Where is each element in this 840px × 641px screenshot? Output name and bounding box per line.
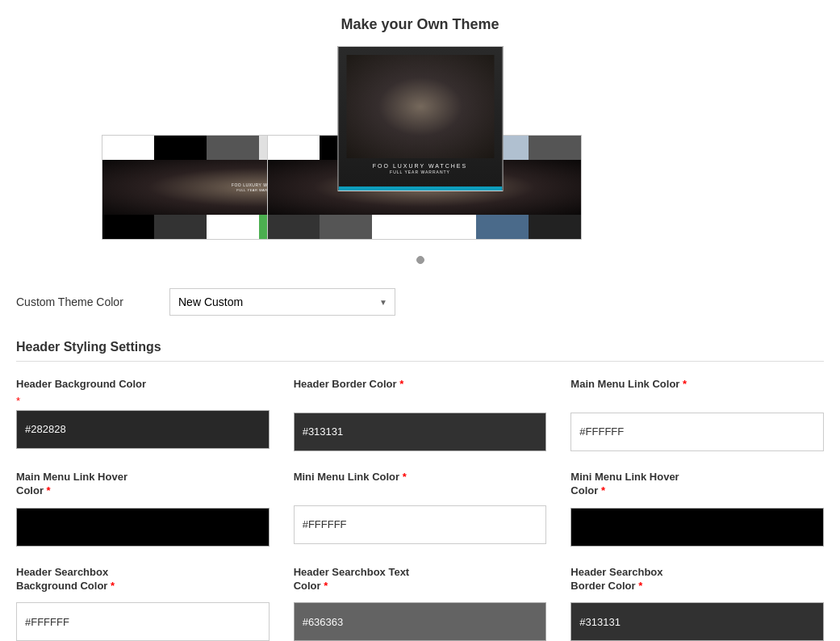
header-bg-color-group: Header Background Color * #282828 — [16, 378, 270, 451]
header-bg-color-preview[interactable]: #282828 — [16, 410, 270, 449]
swatch — [529, 136, 581, 160]
color-fields-grid: Header Background Color * #282828 Header… — [16, 378, 824, 641]
swatch — [268, 215, 320, 239]
main-menu-link-color-preview[interactable]: #FFFFFF — [570, 413, 824, 451]
right-bottom-swatches — [268, 215, 581, 239]
swatch — [476, 215, 529, 239]
main-menu-link-color-group: Main Menu Link Color * #FFFFFF — [570, 378, 824, 451]
header-bg-color-label: Header Background Color — [16, 378, 270, 392]
searchbox-text-color-group: Header Searchbox TextColor * #636363 — [294, 566, 547, 641]
header-border-color-label: Header Border Color * — [294, 378, 547, 392]
searchbox-text-color-value: #636363 — [303, 616, 344, 628]
searchbox-border-color-preview[interactable]: #313131 — [570, 602, 824, 641]
custom-theme-select[interactable]: New Custom Theme 1 Theme 2 — [169, 288, 395, 316]
required-star: * — [324, 580, 328, 592]
header-border-color-preview[interactable]: #313131 — [294, 413, 547, 451]
header-border-color-value: #313131 — [303, 425, 344, 438]
required-star: * — [16, 395, 270, 407]
required-star: * — [683, 378, 687, 390]
main-menu-hover-color-label: Main Menu Link HoverColor * — [16, 471, 270, 498]
page-title: Make your Own Theme — [16, 16, 824, 33]
searchbox-border-color-value: #313131 — [579, 616, 621, 628]
header-styling-section: Header Styling Settings Header Backgroun… — [16, 340, 824, 641]
required-star: * — [111, 580, 115, 592]
searchbox-bg-color-label: Header SearchboxBackground Color * — [16, 566, 270, 593]
swatch — [372, 215, 424, 239]
mini-menu-link-color-value: #FFFFFF — [303, 518, 347, 530]
mini-menu-hover-color-label: Mini Menu Link HoverColor * — [570, 471, 824, 498]
searchbox-bg-color-preview[interactable]: #FFFFFF — [16, 602, 270, 641]
swatch — [320, 215, 372, 239]
searchbox-bg-color-value: #FFFFFF — [25, 616, 69, 628]
swatch — [102, 136, 155, 160]
carousel-dots — [16, 256, 824, 264]
preview-main: FOO LUXURY WATCHESFULL YEAR WARRANTY — [337, 46, 503, 191]
swatch — [529, 215, 581, 239]
swatch — [154, 215, 207, 239]
page-container: Make your Own Theme FOO LUXURY WATCHESFU… — [0, 0, 840, 641]
custom-theme-label: Custom Theme Color — [16, 295, 153, 308]
searchbox-text-color-label: Header Searchbox TextColor * — [294, 566, 547, 593]
main-menu-hover-color-preview[interactable] — [16, 508, 270, 547]
searchbox-border-color-label: Header SearchboxBorder Color * — [570, 566, 824, 593]
header-border-color-group: Header Border Color * #313131 — [294, 378, 547, 451]
preview-main-text: FOO LUXURY WATCHESFULL YEAR WARRANTY — [338, 163, 502, 174]
main-menu-hover-color-group: Main Menu Link HoverColor * — [16, 471, 270, 547]
swatch — [268, 136, 320, 160]
custom-theme-row: Custom Theme Color New Custom Theme 1 Th… — [16, 288, 824, 316]
header-bg-color-value: #282828 — [25, 423, 66, 435]
theme-preview-container: FOO LUXURY WATCHESFULL YEAR WARRANTY FOO — [16, 46, 824, 240]
mini-menu-link-color-preview[interactable]: #FFFFFF — [294, 505, 547, 544]
searchbox-bg-color-group: Header SearchboxBackground Color * #FFFF… — [16, 566, 270, 641]
swatch — [207, 215, 259, 239]
searchbox-text-color-preview[interactable]: #636363 — [294, 602, 547, 641]
required-star: * — [399, 378, 403, 390]
mini-menu-hover-color-preview[interactable] — [570, 508, 824, 547]
searchbox-border-color-group: Header SearchboxBorder Color * #313131 — [570, 566, 824, 641]
swatch — [154, 136, 207, 160]
required-star: * — [403, 471, 407, 483]
carousel-dot-active[interactable] — [416, 256, 424, 264]
mini-menu-link-color-group: Mini Menu Link Color * #FFFFFF — [294, 471, 547, 547]
swatch — [424, 215, 477, 239]
mini-menu-hover-color-group: Mini Menu Link HoverColor * — [570, 471, 824, 547]
required-star: * — [638, 580, 642, 592]
preview-main-image: FOO LUXURY WATCHESFULL YEAR WARRANTY — [338, 47, 502, 191]
section-heading: Header Styling Settings — [16, 340, 824, 362]
main-menu-link-color-label: Main Menu Link Color * — [570, 378, 824, 392]
required-star: * — [601, 484, 605, 496]
main-menu-link-color-value: #FFFFFF — [579, 425, 624, 438]
mini-menu-link-color-label: Mini Menu Link Color * — [294, 471, 547, 484]
swatch — [207, 136, 259, 160]
preview-main-bar — [338, 186, 502, 191]
swatch — [102, 215, 155, 239]
required-star: * — [47, 484, 51, 496]
custom-theme-select-wrapper: New Custom Theme 1 Theme 2 — [169, 288, 395, 316]
